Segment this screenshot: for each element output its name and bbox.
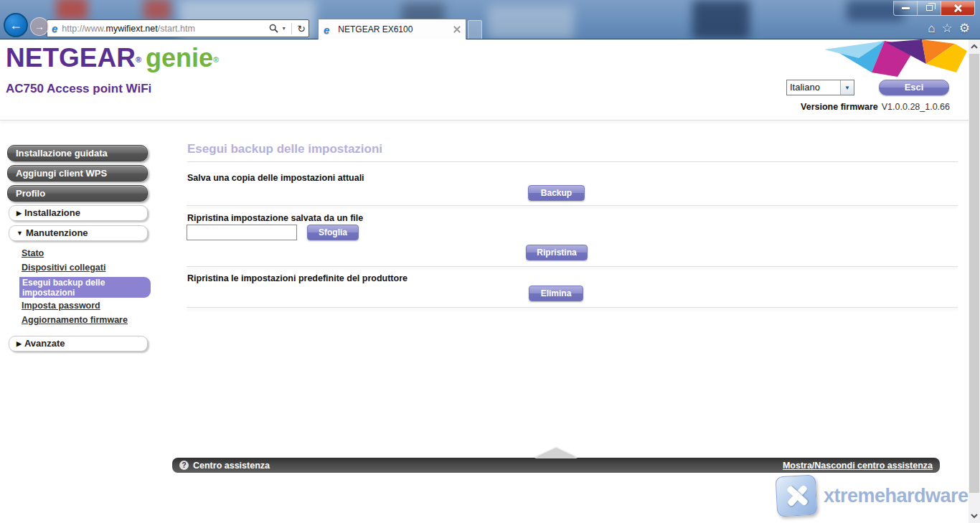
expand-help-triangle[interactable] (534, 448, 578, 458)
sidebar-group-manutenzione[interactable]: ▼Manutenzione (9, 225, 148, 241)
netgear-genie-logo: NETGEAR®genie® (6, 43, 219, 73)
scroll-down-icon[interactable] (970, 512, 979, 520)
sidebar-link-esegui-backup-selected[interactable]: Esegui backup delle impostazioni (19, 277, 151, 298)
window-controls (893, 1, 975, 16)
sidebar-item-profilo[interactable]: Profilo (7, 185, 148, 202)
search-icon[interactable] (269, 24, 278, 33)
help-center-bar: ? Centro assistenza Mostra/Nascondi cent… (172, 458, 940, 473)
backup-button[interactable]: Backup (528, 185, 585, 201)
select-caret-icon: ▼ (840, 80, 854, 95)
firmware-value: V1.0.0.28_1.0.66 (882, 102, 950, 112)
address-bar[interactable]: e http://www.mywifiext.net/start.htm ▼ ↻ (47, 19, 309, 37)
corner-ribbon-decoration (814, 39, 969, 81)
desktop-blur-decoration (692, 0, 750, 39)
favorites-star-icon[interactable]: ☆ (942, 21, 953, 37)
brand-netgear: NETGEAR (6, 43, 136, 72)
restore-button[interactable] (918, 1, 941, 15)
question-mark-icon: ? (179, 461, 189, 470)
sidebar-group-installazione[interactable]: ▶Installazione (9, 205, 148, 221)
router-admin-page: NETGEAR®genie® AC750 Access point WiFi I… (0, 39, 980, 523)
forward-button[interactable]: → (30, 17, 49, 36)
factory-reset-button[interactable]: Elimina (529, 286, 583, 301)
logout-button[interactable]: Esci (879, 80, 949, 95)
browse-button[interactable]: Sfoglia (307, 225, 359, 240)
forward-arrow-icon: → (34, 21, 44, 32)
close-icon (953, 4, 962, 12)
help-toggle-link[interactable]: Mostra/Nascondi centro assistenza (783, 461, 933, 471)
new-tab-button[interactable] (468, 20, 482, 39)
sidebar-link-stato[interactable]: Stato (22, 248, 44, 258)
back-button[interactable]: ← (4, 13, 28, 37)
page-scrollbar[interactable] (969, 39, 980, 523)
desktop-blur-decoration (56, 0, 88, 20)
desktop-blur-decoration (143, 0, 171, 20)
firmware-version: Versione firmwareV1.0.0.28_1.0.66 (801, 102, 950, 112)
url-text[interactable]: http://www.mywifiext.net/start.htm (62, 24, 269, 34)
chevron-right-icon: ▶ (17, 209, 22, 217)
scrollbar-thumb[interactable] (969, 54, 979, 493)
refresh-icon[interactable]: ↻ (297, 23, 306, 34)
browser-tab[interactable]: e NETGEAR EX6100 (318, 19, 466, 39)
restore-file-input[interactable] (187, 225, 297, 240)
chevron-right-icon: ▶ (17, 340, 22, 347)
sidebar-item-aggiungi-client-wps[interactable]: Aggiungi client WPS (7, 165, 148, 182)
xtremehardware-x-icon (776, 475, 818, 517)
minimize-button[interactable] (894, 1, 918, 15)
browser-chrome: ← → e http://www.mywifiext.net/start.htm… (0, 0, 980, 39)
backup-section-label: Salva una copia delle impostazioni attua… (187, 173, 364, 183)
help-center-title: Centro assistenza (193, 461, 270, 471)
scroll-up-icon[interactable] (970, 42, 979, 51)
ie-tab-icon: e (324, 24, 329, 36)
factory-reset-section-label: Ripristina le impostazioni predefinite d… (187, 273, 407, 283)
chevron-down-icon: ▼ (17, 230, 23, 237)
tab-close-icon[interactable] (453, 26, 461, 33)
watermark: xtremehardware.com (776, 476, 980, 516)
gear-icon[interactable]: ⚙ (959, 21, 970, 37)
sidebar-group-avanzate[interactable]: ▶Avanzate (9, 336, 148, 352)
sidebar-link-aggiornamento-firmware[interactable]: Aggiornamento firmware (22, 315, 128, 325)
search-dropdown-icon[interactable]: ▼ (281, 26, 286, 31)
language-selected-value: Italiano (787, 80, 840, 95)
sidebar-item-installazione-guidata[interactable]: Installazione guidata (7, 145, 148, 161)
tab-title: NETGEAR EX6100 (338, 24, 449, 34)
minimize-icon (902, 7, 910, 9)
restore-section-label: Ripristina impostazione salvata da un fi… (187, 213, 363, 223)
desktop-blur-decoration (488, 6, 574, 39)
watermark-text: xtremehardware.com (824, 485, 980, 507)
home-icon[interactable]: ⌂ (928, 21, 935, 37)
page-title: Esegui backup delle impostazioni (187, 142, 958, 162)
header-divider (0, 120, 969, 121)
ie-page-icon: e (52, 22, 57, 34)
product-title: AC750 Access point WiFi (6, 82, 151, 96)
sidebar-link-imposta-password[interactable]: Imposta password (22, 301, 100, 311)
restore-button[interactable]: Ripristina (526, 245, 588, 260)
restore-icon (926, 5, 933, 11)
sidebar-link-dispositivi-collegati[interactable]: Dispositivi collegati (22, 263, 105, 273)
close-button[interactable] (941, 1, 974, 15)
language-select[interactable]: Italiano ▼ (786, 80, 854, 95)
back-arrow-icon: ← (9, 18, 22, 33)
brand-genie: genie (146, 43, 213, 72)
